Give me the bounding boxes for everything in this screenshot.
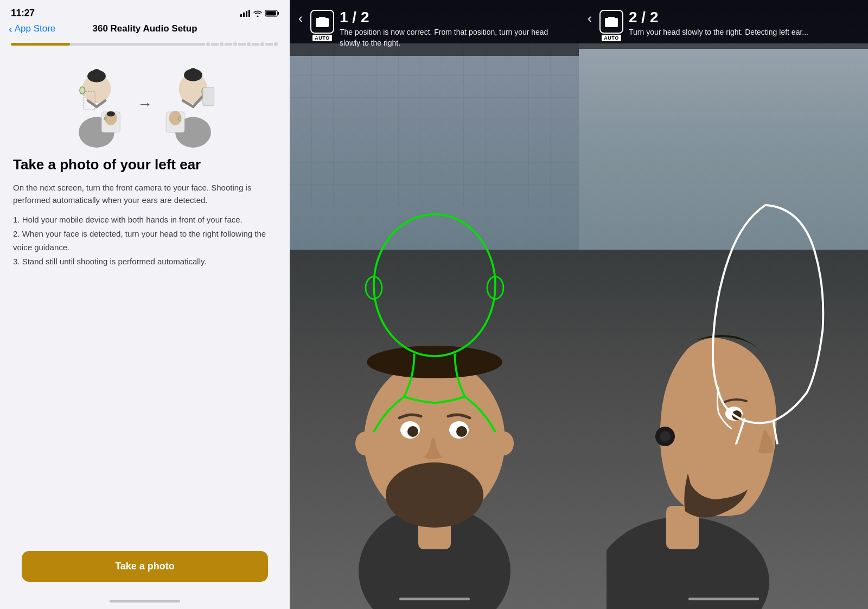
camera-icon-circle-right — [599, 10, 623, 34]
step-number-middle: 1 / 2 — [340, 10, 570, 25]
status-bar: 11:27 — [0, 0, 290, 21]
camera-header-middle: ‹ AUTO 1 / 2 The position is now correct… — [290, 0, 579, 56]
instruction-3: 3. Stand still until shooting is perform… — [13, 255, 277, 269]
camera-icon-circle-middle — [310, 10, 334, 34]
step-description-middle: The position is now correct. From that p… — [340, 27, 570, 48]
camera-icon-block-middle: AUTO — [310, 10, 334, 41]
instructions-list: 1. Hold your mobile device with both han… — [13, 213, 277, 268]
svg-rect-5 — [266, 11, 276, 16]
progress-dot-3 — [219, 41, 225, 47]
back-label: App Store — [15, 23, 56, 34]
back-link[interactable]: ‹ App Store — [9, 23, 55, 34]
svg-rect-2 — [246, 11, 247, 17]
battery-icon — [265, 10, 279, 17]
svg-point-18 — [104, 117, 106, 120]
arrow-right-icon: → — [137, 96, 152, 113]
svg-point-38 — [355, 432, 375, 455]
person-side-illustration — [163, 61, 223, 148]
svg-rect-1 — [243, 12, 245, 17]
progress-dot-2 — [205, 41, 211, 47]
auto-badge-right: AUTO — [602, 35, 621, 41]
window-grid — [290, 43, 579, 206]
back-chevron-icon: ‹ — [9, 23, 12, 34]
svg-point-33 — [386, 462, 483, 528]
take-photo-button[interactable]: Take a photo — [22, 551, 268, 582]
camera-icon-middle — [316, 16, 329, 27]
camera-header-right: ‹ AUTO 2 / 2 Turn your head slowly to th… — [579, 0, 868, 49]
step-text-middle: 1 / 2 The position is now correct. From … — [340, 10, 570, 48]
app-store-nav: ‹ App Store 360 Reality Audio Setup — [0, 21, 290, 39]
svg-rect-0 — [240, 14, 242, 17]
progress-dot-5 — [246, 41, 252, 47]
svg-rect-3 — [248, 10, 250, 17]
svg-point-10 — [92, 69, 100, 77]
svg-point-29 — [178, 117, 181, 121]
status-time: 11:27 — [11, 8, 35, 19]
progress-fill — [11, 43, 70, 46]
camera-icon-block-right: AUTO — [599, 10, 623, 41]
face-outline-green — [353, 204, 516, 432]
face-outline-white — [673, 195, 858, 445]
camera-icon-right — [605, 16, 618, 27]
panel-left: 11:27 ‹ Ap — [0, 0, 290, 609]
illustration-area: → — [0, 48, 290, 156]
progress-track — [11, 43, 279, 46]
content-area: Take a photo of your left ear On the nex… — [0, 156, 290, 540]
person-front-illustration — [67, 61, 126, 148]
svg-point-22 — [189, 68, 197, 76]
step-info-middle: AUTO 1 / 2 The position is now correct. … — [310, 10, 570, 48]
svg-point-17 — [107, 111, 115, 116]
home-indicator-left — [110, 600, 180, 602]
svg-rect-26 — [203, 87, 214, 106]
instruction-1: 1. Hold your mobile device with both han… — [13, 213, 277, 227]
svg-point-14 — [80, 87, 85, 94]
bottom-area: Take a photo — [0, 540, 290, 609]
svg-point-50 — [660, 431, 671, 442]
section-title: Take a photo of your left ear — [13, 156, 277, 173]
svg-rect-6 — [278, 12, 279, 15]
progress-dot-7 — [273, 41, 279, 47]
step-description-right: Turn your head slowly to the right. Dete… — [629, 27, 859, 38]
progress-dot-4 — [232, 41, 238, 47]
auto-badge-middle: AUTO — [312, 35, 331, 41]
back-button-right[interactable]: ‹ — [588, 11, 592, 26]
camera-background-middle — [290, 0, 579, 609]
progress-bar — [0, 39, 290, 48]
signal-icon — [240, 10, 250, 17]
step-number-right: 2 / 2 — [629, 10, 859, 25]
status-icons — [240, 10, 279, 17]
camera-background-right — [579, 0, 868, 609]
panel-middle: ‹ AUTO 1 / 2 The position is now correct… — [290, 0, 579, 609]
instruction-2: 2. When your face is detected, turn your… — [13, 227, 277, 255]
wifi-icon — [253, 10, 262, 17]
step-text-right: 2 / 2 Turn your head slowly to the right… — [629, 10, 859, 38]
home-indicator-middle — [399, 598, 470, 600]
home-indicator-right — [688, 598, 759, 600]
svg-point-41 — [374, 214, 495, 356]
svg-point-39 — [494, 432, 514, 455]
section-body: On the next screen, turn the front camer… — [13, 182, 277, 206]
step-info-right: AUTO 2 / 2 Turn your head slowly to the … — [599, 10, 859, 41]
progress-dots — [205, 41, 279, 47]
panel-right: ‹ AUTO 2 / 2 Turn your head slowly to th… — [579, 0, 868, 609]
back-button-middle[interactable]: ‹ — [298, 11, 303, 26]
progress-dot-6 — [259, 41, 265, 47]
